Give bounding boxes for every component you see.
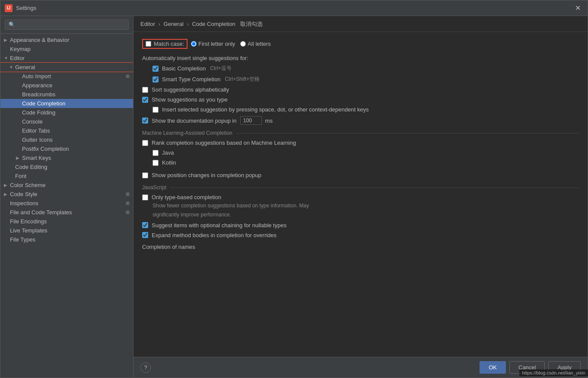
sidebar-label: Inspections — [10, 200, 124, 206]
sidebar-item-code-folding[interactable]: Code Folding — [0, 108, 133, 117]
ok-button[interactable]: OK — [480, 361, 506, 374]
first-letter-label[interactable]: First letter only — [191, 41, 235, 47]
insert-selected-label[interactable]: Insert selected suggestion by pressing s… — [162, 106, 369, 113]
rank-completion-checkbox[interactable] — [142, 140, 148, 146]
sidebar-item-code-completion[interactable]: Code Completion — [0, 99, 133, 108]
show-position-label[interactable]: Show position changes in completion popu… — [152, 172, 261, 178]
all-letters-label[interactable]: All letters — [240, 41, 270, 47]
sidebar-label: Code Completion — [22, 100, 130, 107]
expand-method-label[interactable]: Expand method bodies in completion for o… — [152, 232, 277, 238]
arrow-icon: ▶ — [4, 38, 10, 42]
dialog-body: ▶ Appearance & Behavior Keymap ▼ Editor … — [0, 16, 588, 378]
search-input[interactable] — [5, 19, 129, 30]
sidebar-item-appearance-behavior[interactable]: ▶ Appearance & Behavior — [0, 35, 133, 44]
sidebar-label: File Encodings — [10, 218, 130, 225]
completion-names-header: Completion of names — [142, 240, 579, 252]
sidebar-item-code-style[interactable]: ▶ Code Style ⊞ — [0, 190, 133, 199]
close-button[interactable]: ✕ — [572, 3, 583, 13]
basic-completion-label[interactable]: Basic Completion Ctrl+逗号 — [162, 65, 232, 72]
sidebar-label: File Types — [10, 236, 130, 243]
sidebar-item-color-scheme[interactable]: ▶ Color Scheme — [0, 181, 133, 190]
sidebar-item-file-code-templates[interactable]: File and Code Templates ⊞ — [0, 208, 133, 217]
sidebar-item-auto-import[interactable]: Auto Import ⊞ — [0, 72, 133, 81]
sidebar-item-general[interactable]: ▼ General — [0, 63, 133, 72]
show-suggestions-label[interactable]: Show suggestions as you type — [152, 96, 228, 103]
doc-popup-checkbox[interactable] — [142, 118, 148, 124]
sidebar-label: Console — [22, 118, 130, 125]
sidebar-label: Live Templates — [10, 227, 130, 234]
js-section-header: JavaScript — [142, 180, 579, 192]
doc-popup-unit: ms — [265, 118, 273, 124]
all-letters-radio[interactable] — [240, 41, 246, 47]
first-letter-radio[interactable] — [191, 41, 197, 47]
doc-popup-label[interactable]: Show the documentation popup in — [152, 118, 237, 124]
sort-suggestions-checkbox[interactable] — [142, 87, 148, 93]
sidebar-item-appearance[interactable]: Appearance — [0, 81, 133, 90]
sidebar-item-console[interactable]: Console — [0, 117, 133, 126]
suggest-nullable-label[interactable]: Suggest items with optional chaining for… — [152, 222, 286, 229]
breadcrumb-general: General — [164, 21, 184, 27]
match-case-label[interactable]: Match case: — [154, 41, 184, 47]
sidebar-item-file-encodings[interactable]: File Encodings — [0, 217, 133, 226]
show-suggestions-checkbox[interactable] — [142, 97, 148, 103]
sidebar-item-code-editing[interactable]: Code Editing — [0, 162, 133, 172]
java-checkbox[interactable] — [153, 150, 159, 156]
type-based-desc1: Show fewer completion suggestions based … — [153, 202, 579, 211]
ml-section-header: Machine Learning-Assisted Completion — [142, 127, 579, 138]
sidebar-item-gutter-icons[interactable]: Gutter Icons — [0, 135, 133, 144]
window-title: Settings — [16, 5, 572, 11]
basic-completion-checkbox[interactable] — [153, 66, 159, 72]
sidebar-item-editor-tabs[interactable]: Editor Tabs — [0, 126, 133, 135]
kotlin-label[interactable]: Kotlin — [162, 159, 176, 166]
sort-suggestions-label[interactable]: Sort suggestions alphabetically — [152, 86, 229, 93]
help-button[interactable]: ? — [140, 362, 151, 373]
only-type-based-checkbox[interactable] — [142, 194, 148, 200]
suggest-nullable-checkbox[interactable] — [142, 222, 148, 228]
sidebar-label: Auto Import — [22, 73, 124, 79]
smart-type-row: Smart Type Completion Ctrl+Shift+空格 — [153, 74, 579, 85]
expand-method-checkbox[interactable] — [142, 232, 148, 238]
settings-dialog: IJ Settings ✕ ▶ Appearance & Behavior Ke… — [0, 0, 588, 378]
doc-popup-value[interactable]: 100 — [240, 116, 262, 125]
java-label[interactable]: Java — [162, 149, 174, 156]
auto-insert-label: Automatically insert single suggestions … — [142, 52, 579, 63]
arrow-icon: ▶ — [4, 192, 10, 197]
watermark: https://blog.csdn.net/lian_yixin — [519, 369, 588, 376]
doc-popup-row: Show the documentation popup in 100 ms — [142, 114, 579, 127]
sidebar-label: Color Scheme — [10, 182, 130, 188]
breadcrumb-sep2: › — [187, 21, 188, 27]
smart-type-shortcut: Ctrl+Shift+空格 — [225, 76, 260, 83]
smart-type-checkbox[interactable] — [153, 76, 159, 83]
sidebar-label: Editor Tabs — [22, 127, 130, 134]
sidebar-item-keymap[interactable]: Keymap — [0, 44, 133, 54]
match-case-checkbox[interactable] — [146, 41, 151, 47]
arrow-icon: ▶ — [16, 156, 22, 160]
insert-selected-checkbox[interactable] — [153, 107, 159, 113]
smart-type-label[interactable]: Smart Type Completion Ctrl+Shift+空格 — [162, 76, 260, 83]
sidebar-item-smart-keys[interactable]: ▶ Smart Keys — [0, 153, 133, 162]
sidebar-item-postfix-completion[interactable]: Postfix Completion — [0, 144, 133, 153]
kotlin-checkbox[interactable] — [153, 160, 159, 166]
search-bar — [0, 16, 133, 34]
sidebar-item-font[interactable]: Font — [0, 172, 133, 181]
show-position-checkbox[interactable] — [142, 172, 148, 178]
expand-method-row: Expand method bodies in completion for o… — [142, 230, 579, 240]
insert-selected-row: Insert selected suggestion by pressing s… — [153, 105, 579, 114]
sidebar-item-breadcrumbs[interactable]: Breadcrumbs — [0, 90, 133, 99]
sidebar-label: Gutter Icons — [22, 137, 130, 143]
rank-completion-label[interactable]: Rank completion suggestions based on Mac… — [152, 140, 296, 146]
left-help: ? — [140, 362, 476, 373]
sidebar-item-file-types[interactable]: File Types — [0, 235, 133, 244]
sidebar-item-live-templates[interactable]: Live Templates — [0, 226, 133, 235]
only-type-based-label[interactable]: Only type-based completion — [152, 194, 221, 200]
sidebar-item-editor[interactable]: ▼ Editor — [0, 54, 133, 63]
arrow-icon: ▼ — [9, 65, 15, 70]
breadcrumb-current: Code Completion — [192, 21, 235, 27]
sidebar-item-inspections[interactable]: Inspections ⊞ — [0, 199, 133, 208]
breadcrumb: Editor › General › Code Completion 取消勾选 — [133, 16, 588, 32]
breadcrumb-editor: Editor — [140, 21, 155, 27]
content-area: Match case: First letter only All letter… — [133, 32, 588, 357]
match-case-wrapper: Match case: — [142, 39, 188, 49]
copy-icon: ⊞ — [126, 200, 130, 206]
sidebar-label: Code Editing — [15, 164, 130, 170]
